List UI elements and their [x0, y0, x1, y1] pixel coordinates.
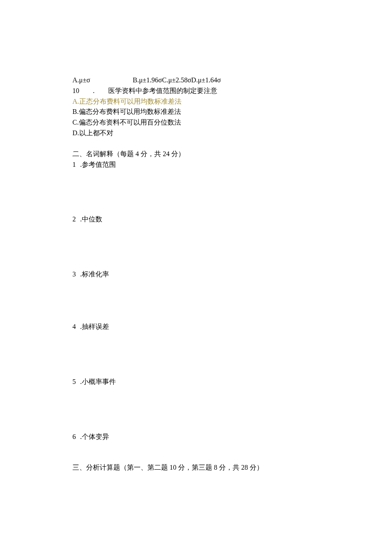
question-number: 10: [72, 86, 79, 96]
section-2-title: 二、名词解释（每题 4 分，共 24 分）: [72, 149, 320, 160]
term-text: .个体变异: [80, 432, 109, 442]
term-item-4: 4 .抽样误差: [72, 322, 320, 332]
section-3-title: 三、分析计算题（第一、第二题 10 分，第三题 8 分，共 28 分）: [72, 462, 320, 473]
term-text: .小概率事件: [80, 377, 116, 387]
term-number: 5: [72, 377, 76, 387]
term-item-6: 6 .个体变异: [72, 432, 320, 442]
question-10-option-d: D.以上都不对: [72, 128, 320, 139]
question-text: 医学资料中参考值范围的制定要注意: [108, 86, 217, 96]
term-text: .标准化率: [80, 269, 109, 280]
term-number: 2: [72, 214, 76, 225]
question-10-option-b: B.偏态分布费料可以用均数标准差法: [72, 107, 320, 117]
question-9-options-line: A.μ±σ B.μ±1.96σC.μ±2.58σD.μ±1.64σ: [72, 75, 320, 86]
question-10-option-a: A.正态分布费料可以用均数标准差法: [72, 96, 320, 107]
question-dot: .: [93, 86, 95, 96]
document-page: A.μ±σ B.μ±1.96σC.μ±2.58σD.μ±1.64σ 10 . 医…: [0, 0, 392, 555]
term-item-5: 5 .小概率事件: [72, 377, 320, 387]
term-number: 1: [72, 160, 76, 170]
option-bcd: B.μ±1.96σC.μ±2.58σD.μ±1.64σ: [133, 75, 221, 86]
term-text: .抽样误差: [80, 322, 109, 332]
term-text: .参考值范围: [80, 160, 116, 170]
term-item-2: 2 .中位数: [72, 214, 320, 225]
term-number: 4: [72, 322, 76, 332]
option-a: A.μ±σ: [72, 75, 90, 86]
term-text: .中位数: [80, 214, 102, 225]
term-item-3: 3 .标准化率: [72, 269, 320, 280]
question-10-stem: 10 . 医学资料中参考值范围的制定要注意: [72, 86, 320, 96]
question-10-option-c: C.偏态分布资料不可以用百分位数法: [72, 117, 320, 128]
term-number: 3: [72, 269, 76, 280]
term-item-1: 1 .参考值范围: [72, 160, 320, 170]
term-number: 6: [72, 432, 76, 442]
